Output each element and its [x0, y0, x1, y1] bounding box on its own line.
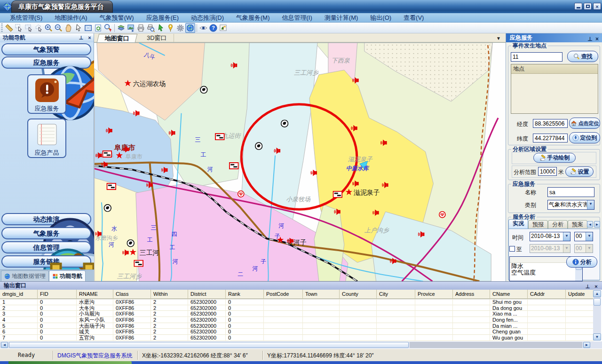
chevron-down-icon[interactable]: ▼: [563, 232, 570, 241]
service-name-input[interactable]: [547, 187, 594, 197]
search-button[interactable]: 查找: [567, 51, 598, 62]
chevron-down-icon[interactable]: ▼: [587, 200, 594, 209]
latitude-field[interactable]: [533, 134, 568, 142]
column-header-County[interactable]: County: [340, 290, 377, 299]
road-sign-icon[interactable]: [107, 183, 116, 190]
pin-icon[interactable]: ⊥: [78, 35, 84, 41]
nav-group-6[interactable]: 服务链接: [1, 255, 91, 268]
set-range-button[interactable]: 设置: [565, 166, 594, 177]
zoom-scale-icon[interactable]: [103, 23, 113, 33]
scrollbar-thumb[interactable]: [594, 298, 601, 306]
locate-by-click-button[interactable]: 点击定位: [569, 118, 600, 129]
nav-group-5[interactable]: 信息管理: [1, 241, 91, 253]
road-sign-icon[interactable]: [103, 151, 111, 157]
layers-map-icon[interactable]: [116, 23, 126, 33]
table-row[interactable]: 60城关0XFF8526523020000Cheng guan: [0, 329, 594, 335]
poi-circle-icon[interactable]: [281, 120, 288, 127]
column-header-Address[interactable]: Address: [453, 290, 490, 299]
menu-item-6[interactable]: 气象服务(M): [230, 14, 276, 22]
select-feature-icon[interactable]: [156, 23, 166, 33]
eye-view-icon[interactable]: [198, 23, 208, 33]
longitude-field[interactable]: [533, 119, 568, 128]
nav-group-3[interactable]: 动态推演: [1, 213, 91, 225]
menu-item-8[interactable]: 测量计算(M): [318, 14, 364, 22]
pan-hand-icon[interactable]: [63, 23, 73, 33]
column-header-Provice[interactable]: Provice: [415, 290, 453, 299]
big-button-1[interactable]: 应急服务: [27, 74, 66, 114]
table-row[interactable]: 40东风一小队0XFF8626523020000Dong fen...: [0, 317, 594, 323]
poi-circle-icon[interactable]: [255, 142, 262, 150]
output-vertical-scrollbar[interactable]: ▲ ▼: [593, 290, 601, 340]
menu-item-1[interactable]: 系统管理(S): [4, 14, 48, 22]
close-icon[interactable]: ×: [595, 35, 602, 43]
analysis-tab-1[interactable]: 实况: [508, 219, 528, 229]
column-header-FID[interactable]: FID: [38, 290, 77, 299]
poi-circle-icon[interactable]: [127, 240, 134, 247]
column-header-PostCode[interactable]: PostCode: [264, 290, 303, 299]
road-sign-icon[interactable]: [134, 261, 143, 267]
service-type-dropdown[interactable]: 气象和洪水灾害 ▼: [547, 200, 594, 210]
column-header-District[interactable]: District: [188, 290, 226, 299]
table-row[interactable]: 30小马厩沟0XFF8626523020000Xiao ma ...: [0, 311, 594, 317]
scroll-up-icon[interactable]: ▲: [593, 290, 601, 297]
column-header-CAddr[interactable]: CAddr: [528, 290, 566, 299]
menu-item-3[interactable]: 气象预警(W): [94, 14, 140, 22]
menu-item-7[interactable]: 信息管理(I): [276, 14, 318, 22]
start-hour-dropdown[interactable]: 00▼: [574, 232, 593, 241]
manual-draw-button[interactable]: 手动绘制: [533, 153, 576, 163]
scroll-left-icon[interactable]: ◄: [1, 342, 8, 348]
road-sign-icon[interactable]: [230, 163, 238, 169]
close-icon[interactable]: ×: [87, 35, 93, 41]
select-marquee-icon[interactable]: [24, 23, 34, 33]
menu-item-9[interactable]: 输出(O): [364, 14, 397, 22]
chevron-down-icon[interactable]: ▼: [496, 36, 501, 41]
pin-icon[interactable]: ⊥: [587, 35, 594, 43]
close-button[interactable]: ×: [593, 3, 601, 10]
menu-item-2[interactable]: 地图操作(A): [48, 14, 93, 22]
column-header-Update[interactable]: Update: [566, 290, 594, 299]
column-header-RNAME[interactable]: RNAME: [77, 290, 113, 299]
zoom-in-icon[interactable]: [44, 23, 54, 33]
poi-circle-icon[interactable]: [104, 205, 111, 212]
nav-group-2[interactable]: 应急服务: [1, 56, 91, 69]
measure-ruler-icon[interactable]: [4, 23, 14, 33]
poi-circle-icon[interactable]: [200, 86, 207, 93]
map-canvas[interactable]: 八斗下西泉三工河乡六运湖农场九运街阜康市城关镇阜康市滋泥泉子中新水库滋泥泉子小泉…: [94, 42, 506, 281]
map-tab-2[interactable]: 3D窗口: [140, 34, 174, 42]
select-polygon-icon[interactable]: [34, 23, 44, 33]
element-list-item[interactable]: 空气温度: [511, 269, 582, 276]
nav-group-1[interactable]: 气象预警: [1, 43, 91, 55]
scrollbar-thumb[interactable]: [9, 342, 409, 348]
globe-3d-icon[interactable]: [185, 23, 195, 33]
scene-image-icon[interactable]: [218, 23, 228, 33]
analysis-tab-4[interactable]: 预案: [568, 220, 587, 229]
road-sign-icon[interactable]: [215, 134, 224, 140]
column-header-Town[interactable]: Town: [303, 290, 340, 299]
output-horizontal-scrollbar[interactable]: ◄ ►: [0, 341, 602, 349]
pointer-icon[interactable]: [73, 23, 83, 33]
poi-red-icon[interactable]: [238, 191, 244, 197]
panel-tab-1[interactable]: 地图数据管理: [1, 270, 49, 281]
zoom-out-icon[interactable]: [54, 23, 63, 33]
panel-tab-2[interactable]: 功能导航: [49, 270, 86, 281]
help-icon[interactable]: [208, 23, 218, 33]
to-checkbox[interactable]: [509, 246, 515, 252]
select-arrow-icon[interactable]: [14, 23, 24, 33]
scrollbar-track[interactable]: [410, 342, 582, 348]
map-tab-1[interactable]: 地图窗口: [97, 34, 137, 42]
analysis-range-input[interactable]: [538, 167, 557, 176]
minimize-button[interactable]: [574, 3, 582, 10]
table-row[interactable]: 10水磨沟0XFF8626523020000Shui mo gou: [0, 299, 594, 305]
placemark-icon[interactable]: [166, 23, 175, 33]
column-header-CName[interactable]: CName: [490, 290, 528, 299]
column-header-Rank[interactable]: Rank: [226, 290, 264, 299]
location-search-input[interactable]: [511, 52, 562, 62]
nav-group-4[interactable]: 气象服务: [1, 227, 91, 239]
column-header-Class[interactable]: Class: [113, 290, 151, 299]
menu-item-4[interactable]: 应急服务(E): [140, 14, 185, 22]
start-date-dropdown[interactable]: 2010-08-13▼: [530, 232, 570, 241]
scroll-down-icon[interactable]: ▼: [593, 333, 601, 340]
menu-item-5[interactable]: 动态推演(D): [185, 14, 230, 22]
analyze-button[interactable]: 分析: [566, 256, 597, 268]
column-header-dmgis_id[interactable]: dmgis_id: [0, 290, 38, 299]
